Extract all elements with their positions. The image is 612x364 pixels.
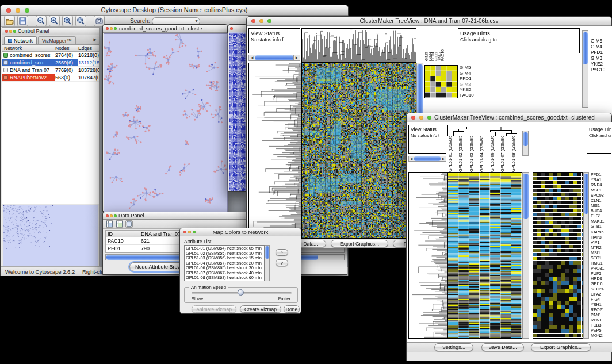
gene-label[interactable]: SEC1 [591, 255, 611, 260]
control-panel-titlebar[interactable]: Control Panel [2, 28, 99, 35]
gene-label[interactable]: MSI1 [591, 250, 611, 255]
minimize-icon[interactable] [16, 8, 20, 13]
gene-label[interactable]: HMG1 [591, 260, 611, 266]
scrollbar-thumb[interactable] [417, 64, 423, 118]
network-window-titlebar[interactable]: combined_scores_good.txt--cluste... [103, 25, 227, 33]
gene-label[interactable]: MSL1 [591, 187, 611, 193]
gene-label[interactable]: SEC24 [591, 286, 611, 292]
row-dendrogram-canvas[interactable] [248, 63, 301, 239]
network-row[interactable]: DNA and Tran 07 7769(0) 183728(0) [2, 67, 99, 74]
gene-label[interactable]: HAP3 [591, 235, 611, 240]
zoom-fit-icon[interactable] [75, 16, 86, 26]
gene-label[interactable]: ELG1 [591, 213, 611, 219]
close-icon[interactable] [183, 231, 186, 233]
import-matrix-icon[interactable] [125, 220, 133, 228]
tab-vizmapper[interactable]: VizMapper™ [38, 36, 76, 44]
column-header-id[interactable]: ID [106, 231, 139, 237]
gene-label[interactable]: GIM3 [591, 56, 611, 62]
network-row[interactable]: combined_scores 2764(0) 16218(0) [2, 52, 99, 59]
float-icon[interactable] [114, 214, 117, 217]
gene-label[interactable]: GPI16 [591, 281, 611, 286]
import-network-icon[interactable] [17, 16, 28, 26]
gene-label[interactable]: BUD4 [591, 208, 611, 213]
gene-label[interactable]: GIM5 [591, 39, 611, 44]
column-header-nodes[interactable]: Nodes [55, 45, 78, 51]
gene-label[interactable]: NIS1 [591, 203, 611, 208]
gene-label[interactable]: PAN1 [591, 312, 611, 317]
gene-label[interactable]: VIP1 [591, 240, 611, 245]
dialog-titlebar[interactable]: Map Colors to Network [180, 228, 301, 236]
close-icon[interactable] [106, 214, 109, 217]
minimize-icon[interactable] [188, 231, 191, 233]
float-icon[interactable] [13, 30, 16, 33]
scrollbar-thumb[interactable] [265, 246, 269, 259]
zoom-out-icon[interactable] [36, 16, 47, 26]
done-button[interactable]: Done [284, 305, 300, 313]
scroll-left-icon[interactable]: ◀ [409, 156, 414, 161]
attribute-list-item[interactable]: GPL51-01 (GSM854) heat shock 05 min [186, 246, 264, 251]
network-row-alert[interactable]: RNAPuberNov2 563(0) 107847(0) [2, 74, 99, 82]
scrollbar-thumb[interactable] [523, 132, 528, 146]
dense-network-canvas[interactable] [229, 32, 246, 191]
heatmap-canvas[interactable] [447, 172, 522, 339]
gene-label[interactable]: PFD1 [591, 50, 611, 56]
attribute-list[interactable]: GPL51-01 (GSM854) heat shock 05 minGPL51… [184, 245, 265, 281]
gene-label[interactable]: MON2 [591, 333, 611, 338]
search-dropdown-icon[interactable]: ▾ [195, 18, 197, 24]
secondary-heatmap-canvas[interactable] [533, 172, 583, 339]
scrollbar-thumb[interactable] [584, 174, 588, 214]
gene-label[interactable]: CPA2 [591, 292, 611, 297]
tab-network[interactable]: Network [4, 36, 37, 44]
slider-thumb[interactable] [238, 289, 244, 296]
gene-label[interactable]: HRD3 [591, 276, 611, 281]
close-icon[interactable] [6, 8, 11, 13]
network-view-canvas[interactable] [104, 33, 228, 212]
close-icon[interactable] [251, 19, 255, 23]
move-down-button[interactable]: v [276, 259, 288, 266]
heatmap-vscrollbar[interactable] [522, 172, 529, 339]
treeview1-titlebar[interactable]: ClusterMaker TreeView : DNA and Tran 07-… [247, 17, 611, 26]
zoom-selected-icon[interactable] [62, 16, 73, 26]
column-header-edges[interactable]: Edges [78, 45, 99, 51]
row-dendrogram-canvas[interactable] [408, 172, 447, 339]
column-dendrogram-canvas[interactable] [447, 125, 522, 136]
tab-overflow-icon[interactable]: ▶ [94, 37, 97, 42]
select-attributes-icon[interactable] [106, 220, 113, 228]
gene-label[interactable]: YKE2 [591, 62, 611, 67]
attribute-list-item[interactable]: GPL51-04 (GSM857) heat shock 20 min [186, 261, 264, 266]
minimize-icon[interactable] [110, 27, 113, 30]
gene-label[interactable]: RNR4 [591, 182, 611, 187]
gene-label[interactable]: FIG4 [591, 297, 611, 302]
gene-label[interactable]: NTR2 [591, 245, 611, 250]
secondary-vscrollbar[interactable] [583, 172, 589, 339]
gene-label[interactable]: KAP95 [591, 229, 611, 235]
attribute-list-item[interactable]: GPL51-07 (GSM867) heat shock 40 min [186, 271, 264, 276]
gene-label[interactable]: YSH1 [591, 302, 611, 307]
move-up-button[interactable]: ^ [276, 249, 288, 256]
scroll-right-icon[interactable]: ▶ [293, 55, 300, 60]
treeview1-nav-scrollbar[interactable]: ◀ ▶ [248, 55, 300, 61]
gene-label[interactable]: RPN1 [591, 317, 611, 323]
gene-label[interactable]: MAK31 [591, 219, 611, 224]
gene-label[interactable]: GIM4 [591, 44, 611, 50]
scroll-left-icon[interactable]: ◀ [249, 55, 255, 60]
save-data-button[interactable]: Save Data... [481, 343, 524, 351]
maximize-icon[interactable] [114, 27, 117, 30]
network-row-selected[interactable]: combined_sco 2569(6) 13112(15) [2, 59, 99, 67]
export-graphics-button[interactable]: Export Graphics... [531, 343, 591, 351]
gene-label[interactable]: PUF3 [591, 271, 611, 276]
gene-label[interactable]: PHO81 [591, 266, 611, 271]
birdseye-view[interactable] [3, 204, 98, 266]
treeview2-nav-scrollbar[interactable]: ◀ ▶ [408, 156, 446, 162]
minimize-icon[interactable] [9, 30, 12, 33]
birdseye-canvas[interactable] [3, 205, 98, 266]
gene-label[interactable]: SPC98 [591, 193, 611, 198]
column-header-network[interactable]: Network [2, 45, 55, 51]
maximize-icon[interactable] [193, 231, 196, 233]
heatmap-canvas[interactable] [301, 63, 416, 239]
gene-label[interactable]: TCB3 [591, 323, 611, 328]
top-vscrollbar[interactable] [522, 131, 529, 156]
close-icon[interactable] [411, 116, 415, 120]
minimize-icon[interactable] [259, 19, 263, 23]
minimize-icon[interactable] [110, 214, 113, 217]
